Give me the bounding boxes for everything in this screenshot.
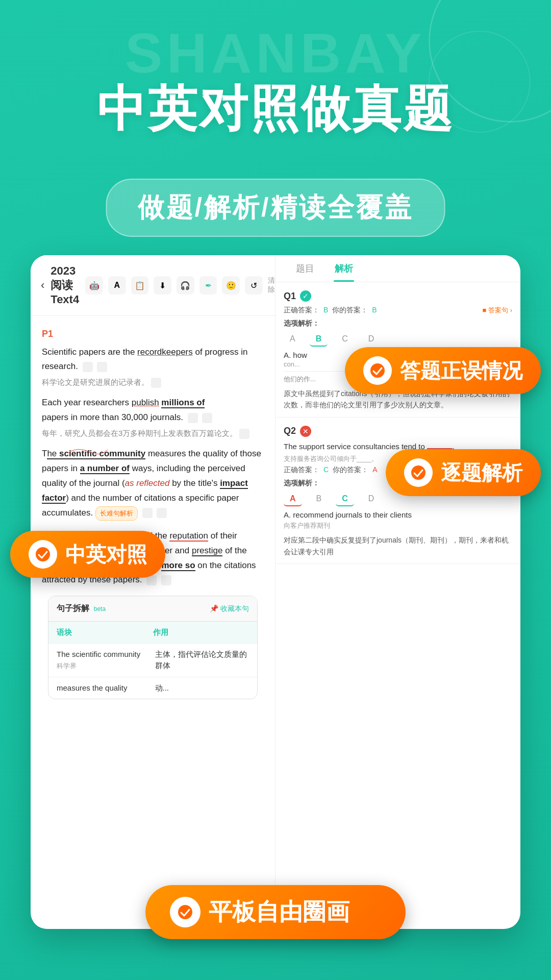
icon-robot[interactable]: 🤖 (85, 276, 103, 295)
badge-analysis-text: 逐题解析 (441, 459, 522, 487)
collect-button[interactable]: 📌 收藏本句 (210, 603, 249, 615)
header-icons: 🤖 A 📋 ⬇ 🎧 ✒ 🙂 ↺ 清除 ⊟ ⊡ (85, 276, 276, 295)
breakdown-col-headers: 语块 作用 (48, 622, 257, 643)
col-header-block: 语块 (57, 626, 153, 639)
q1-option-b[interactable]: B (310, 332, 328, 347)
q1-option-d[interactable]: D (362, 332, 381, 347)
breakdown-cell-block-2: measures the quality (57, 682, 151, 694)
beta-tag: beta (94, 605, 106, 612)
copy-icon-7[interactable] (142, 508, 153, 518)
sentence-3-en: The scientific community measures the qu… (42, 447, 264, 521)
badge-answer: 答题正误情况 (345, 347, 541, 394)
svg-point-1 (411, 465, 426, 480)
back-arrow[interactable]: ‹ (41, 279, 44, 292)
q1-analysis-header: 选项解析： (284, 319, 512, 328)
q2-option-d[interactable]: D (362, 492, 381, 506)
q1-answer-row: 正确答案： B 你的答案： B ■ 答案句 › (284, 306, 512, 315)
right-tab-bar: 题目 解析 (276, 255, 520, 282)
q2-option-a-text: A. recommend journals to their clients (284, 510, 512, 519)
panel-header: ‹ 2023 阅读 Text4 🤖 A 📋 ⬇ 🎧 ✒ 🙂 ↺ 清除 ⊟ ⊡ (31, 255, 275, 316)
q2-correct-answer: C (323, 465, 329, 475)
q2-analysis-text: 对应第二段中确实反复提到了journals（期刊、期刊），期刊，来者和机会让课专… (284, 534, 512, 557)
sentence-2-zh: 每年，研究人员都会在3万多种期刊上发表数百万篇论文。 (42, 427, 264, 439)
hero-background: SHANBAY 中英对照做真题 做题/解析/精读全覆盖 ‹ 2023 阅读 Te… (0, 0, 551, 980)
q2-your-label: 你的答案： (333, 465, 368, 475)
svg-point-2 (35, 547, 51, 562)
q1-correct-answer: B (323, 306, 328, 315)
paragraph-label-p1: P1 (42, 326, 264, 342)
analysis-tag[interactable]: 长难句解析 (95, 506, 138, 521)
breakdown-table: 语块 作用 The scientific community 科学界 主体，指代… (48, 622, 257, 699)
icon-type[interactable]: A (108, 276, 126, 295)
badge-bilingual: 中英对照 (10, 531, 165, 578)
copy-icon-5[interactable] (202, 413, 212, 423)
correct-answer-label: 正确答案： (284, 306, 319, 315)
badge-analysis: 逐题解析 (386, 449, 541, 496)
breakdown-cell-block-1: The scientific community 科学界 (57, 649, 151, 672)
copy-icon-8[interactable] (157, 508, 167, 518)
sentence-2-en: Each year researchers publish millions o… (42, 396, 264, 425)
subtitle-pill: 做题/解析/精读全覆盖 (106, 179, 445, 237)
q2-your-answer: A (372, 465, 377, 475)
sentence-1-zh: 科学论文是研究进展的记录者。 (42, 376, 264, 388)
q2-option-c[interactable]: C (336, 492, 354, 506)
panel-title: 2023 阅读 Text4 (51, 264, 79, 306)
q1-answer-sentence[interactable]: ■ 答案句 › (483, 306, 512, 315)
copy-icon-2[interactable] (97, 362, 107, 372)
badge-answer-text: 答题正误情况 (400, 357, 522, 385)
main-title: 中英对照做真题 (0, 82, 551, 136)
sentence-1-en: Scientific papers are the recordkeepers … (42, 345, 264, 375)
q2-option-a[interactable]: A (284, 492, 302, 506)
svg-point-0 (370, 363, 385, 378)
icon-audio[interactable]: 🎧 (177, 276, 194, 295)
q2-header: Q2 ✕ (284, 426, 512, 437)
icon-clipboard[interactable]: 📋 (131, 276, 149, 295)
q1-options-row: A B C D (284, 332, 512, 347)
breakdown-cell-role-2: 动... (155, 682, 249, 694)
breakdown-header: 句子拆解 beta 📌 收藏本句 (48, 596, 257, 622)
badge-bilingual-text: 中英对照 (65, 541, 147, 569)
copy-icon-3[interactable] (151, 378, 161, 388)
badge-bilingual-check (29, 540, 57, 569)
svg-point-3 (178, 904, 193, 920)
clear-label[interactable]: 清除 (268, 276, 276, 295)
badge-tablet-text: 平板自由圈画 (209, 896, 349, 928)
badge-tablet: 平板自由圈画 (145, 885, 406, 939)
breakdown-title: 句子拆解 (57, 604, 89, 612)
icon-refresh[interactable]: ↺ (245, 276, 263, 295)
breakdown-cell-role-1: 主体，指代评估论文质量的群体 (155, 649, 249, 672)
subtitle-text: 做题/解析/精读全覆盖 (138, 192, 414, 222)
q1-option-c[interactable]: C (336, 332, 354, 347)
icon-download[interactable]: ⬇ (154, 276, 171, 295)
tab-analysis[interactable]: 解析 (324, 255, 363, 282)
q2-option-b[interactable]: B (310, 492, 328, 506)
q1-num: Q1 (284, 291, 296, 302)
q2-num: Q2 (284, 426, 296, 436)
breakdown-row-2: measures the quality 动... (48, 677, 257, 699)
col-header-role: 作用 (153, 626, 249, 639)
breakdown-row-1: The scientific community 科学界 主体，指代评估论文质量… (48, 643, 257, 677)
copy-icon-1[interactable] (83, 362, 93, 372)
q2-option-a-zh: 向客户推荐期刊 (284, 521, 512, 530)
icon-emoji[interactable]: 🙂 (222, 276, 240, 295)
copy-icon-4[interactable] (188, 413, 198, 423)
sentence-breakdown: 句子拆解 beta 📌 收藏本句 语块 作用 (48, 596, 258, 699)
badge-answer-check (363, 356, 392, 385)
icon-pen[interactable]: ✒ (199, 276, 217, 295)
q1-your-answer: B (372, 306, 377, 315)
q2-wrong-icon: ✕ (300, 426, 311, 437)
badge-analysis-check (404, 458, 433, 487)
badge-tablet-check (170, 897, 201, 927)
copy-icon-6[interactable] (239, 429, 249, 439)
your-answer-label: 你的答案： (332, 306, 368, 315)
q1-option-a[interactable]: A (284, 332, 302, 347)
q1-correct-icon: ✓ (300, 290, 311, 302)
text-content-area: P1 Scientific papers are the recordkeepe… (31, 316, 275, 718)
copy-icon-10[interactable] (161, 575, 171, 585)
tab-questions[interactable]: 题目 (286, 255, 324, 282)
q2-correct-label: 正确答案： (284, 465, 319, 475)
left-panel: ‹ 2023 阅读 Text4 🤖 A 📋 ⬇ 🎧 ✒ 🙂 ↺ 清除 ⊟ ⊡ (31, 255, 276, 929)
q1-header: Q1 ✓ (284, 290, 512, 302)
